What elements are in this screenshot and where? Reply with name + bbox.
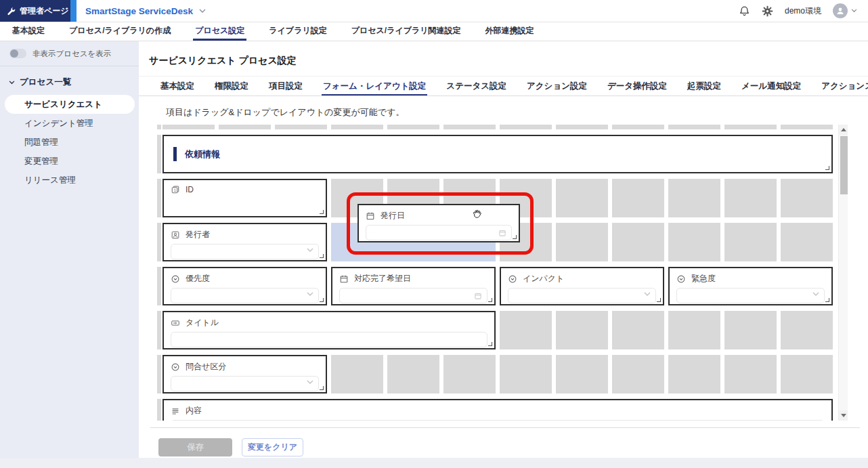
settings-tab[interactable]: 基本設定 [159,77,196,95]
resize-handle-icon[interactable] [320,386,324,390]
resize-handle-icon[interactable] [488,298,492,302]
chevron-down-icon [307,380,313,385]
grid-cell [500,311,552,349]
global-nav-item[interactable]: 基本設定 [10,22,47,41]
field-input[interactable] [508,288,656,303]
settings-tab[interactable]: 起票設定 [686,77,722,95]
grid-cell [219,125,271,129]
canvas-scrollbar[interactable] [838,125,848,421]
clear-changes-button[interactable]: 変更をクリア [242,438,303,456]
resize-handle-icon[interactable] [513,235,517,239]
field-label: 発行者 [186,229,210,240]
field-label: タイトル [186,317,219,328]
field-input[interactable] [171,288,319,303]
section-label: 依頼情報 [185,148,220,161]
user-icon [171,230,180,240]
field-input[interactable] [339,288,487,303]
settings-tab[interactable]: アクションスクリプト設定 [820,77,868,95]
dragged-field-box[interactable]: 発行日 [357,204,520,242]
user-menu[interactable] [833,3,857,18]
settings-tab[interactable]: 項目設定 [267,77,304,95]
field-input[interactable] [171,376,319,391]
resize-handle-icon[interactable] [825,298,829,302]
chevron-down-icon [812,292,819,297]
scroll-up-button[interactable] [839,125,848,135]
field-input[interactable] [171,420,825,421]
resize-handle-icon[interactable] [488,342,492,346]
form-field-box[interactable]: 発行者 [162,223,327,261]
calendar-small-icon [474,292,482,300]
form-field-box[interactable]: 内容 [162,399,833,421]
process-settings-tabs: 基本設定権限設定項目設定フォーム・レイアウト設定ステータス設定アクション設定デー… [139,76,868,96]
form-field-box[interactable]: 優先度 [162,267,327,305]
resize-handle-icon[interactable] [320,298,324,302]
settings-tab[interactable]: アクション設定 [525,77,588,95]
sidebar-item[interactable]: サービスリクエスト [5,95,135,114]
resize-handle-icon[interactable] [825,166,829,170]
form-field-box[interactable]: 対応完了希望日 [331,267,496,305]
grid-cell [157,355,161,393]
grid-cell [781,179,833,217]
form-field-box[interactable]: 問合せ区分 [162,355,327,393]
settings-tab[interactable]: 権限設定 [213,77,250,95]
resize-handle-icon[interactable] [320,254,324,258]
settings-tab[interactable]: メール通知設定 [740,77,802,95]
id-icon: 1 [171,185,180,194]
form-field-box[interactable]: タイトル [162,311,496,349]
workspace-selector[interactable]: SmartStage ServiceDesk [85,0,206,22]
form-field-box[interactable]: 緊急度 [668,267,833,305]
settings-tab[interactable]: データ操作設定 [606,77,668,95]
global-nav-item[interactable]: プロセス/ライブラリ関連設定 [349,22,463,41]
save-button[interactable]: 保存 [158,438,232,456]
field-input[interactable] [171,244,319,259]
field-input[interactable] [366,225,512,240]
select-icon [508,274,517,284]
process-list-group[interactable]: プロセス一覧 [9,77,139,88]
grid-cell [556,311,608,349]
settings-tab[interactable]: ステータス設定 [445,77,508,95]
grid-cell [612,355,664,393]
field-label: 内容 [186,405,202,417]
global-nav-item[interactable]: プロセス設定 [193,22,246,41]
sidebar-item[interactable]: 変更管理 [0,152,139,171]
grid-cell [781,125,833,129]
grid-cell [781,223,833,261]
settings-tab[interactable]: フォーム・レイアウト設定 [322,77,427,95]
scrollbar-thumb[interactable] [840,136,848,194]
field-label: 緊急度 [691,273,716,284]
resize-handle-icon[interactable] [657,298,661,302]
sidebar-item[interactable]: 問題管理 [0,133,139,152]
resize-handle-icon[interactable] [320,210,324,214]
field-input[interactable] [676,288,825,303]
toggle-knob [10,49,18,58]
chevron-down-icon [644,292,651,297]
field-label: 優先度 [186,273,210,284]
grid-cell [724,311,777,349]
footer-divider [150,427,860,428]
bell-icon[interactable] [739,5,750,17]
form-field-box[interactable]: インパクト [500,267,664,305]
global-nav-item[interactable]: ライブラリ設定 [267,22,328,41]
section-header-box[interactable]: 依頼情報 [162,135,833,173]
triangle-up-icon [841,128,846,131]
chevron-down-icon [307,248,313,253]
gear-icon[interactable] [762,5,773,17]
admin-page-badge[interactable]: 管理者ページ [0,0,70,22]
sidebar-item[interactable]: インシデント管理 [0,114,139,133]
form-layout-canvas[interactable]: 依頼情報1ID発行者優先度対応完了希望日インパクト緊急度タイトル問合せ区分内容 … [157,125,848,421]
toggle-switch[interactable] [9,49,26,58]
grid-cell [781,311,833,349]
field-input[interactable] [171,332,487,347]
grid-cell [612,311,664,349]
svg-text:1: 1 [174,188,176,192]
sidebar-item[interactable]: リリース管理 [0,171,139,190]
field-label: インパクト [523,273,564,284]
global-nav-item[interactable]: 外部連携設定 [483,22,536,41]
form-field-box[interactable]: 1ID [162,179,327,217]
scroll-down-button[interactable] [839,410,848,421]
global-nav: 基本設定プロセス/ライブラリの作成プロセス設定ライブラリ設定プロセス/ライブラリ… [0,22,868,41]
grid-cell [331,355,383,393]
grid-cell [556,125,608,129]
select-icon [676,274,686,284]
global-nav-item[interactable]: プロセス/ライブラリの作成 [67,22,173,41]
